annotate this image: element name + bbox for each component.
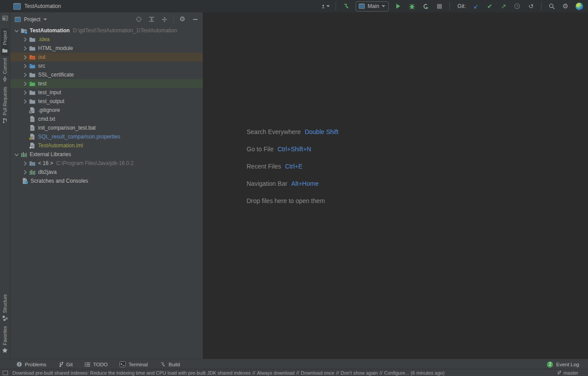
shortcut-hint-row: Navigation BarAlt+Home [247, 175, 338, 192]
tree-row[interactable]: out [10, 53, 203, 61]
stripe-tab-favorites[interactable]: Favorites [1, 324, 9, 356]
shortcut-hint-row: Go to FileCtrl+Shift+N [247, 140, 338, 157]
hammer-icon [160, 361, 166, 368]
bug-icon [409, 3, 415, 10]
stop-button[interactable] [435, 1, 444, 11]
git-push-button[interactable]: ↗ [499, 1, 508, 11]
chevron-down-icon[interactable] [13, 27, 20, 34]
chevron-down-icon[interactable] [43, 19, 47, 20]
tree-item-label: TestAutomation.iml [38, 142, 83, 149]
tree-row[interactable]: db2java [10, 168, 203, 176]
user-button[interactable] [321, 1, 330, 11]
chevron-right-icon[interactable] [21, 54, 29, 61]
tree-row[interactable]: Scratches and Consoles [10, 176, 203, 185]
tree-row[interactable]: TestAutomationD:\gitTest\TestAutomation_… [10, 26, 203, 35]
stripe-tab-project[interactable]: Project [1, 28, 9, 56]
tool-window-tab-todo[interactable]: TODO [85, 362, 108, 367]
left-tool-window-stripe: ProjectCommitPull Requests StructureFavo… [0, 12, 10, 359]
stripe-tab-commit[interactable]: Commit [1, 56, 9, 84]
profile-button[interactable] [575, 1, 584, 11]
status-action-configure-[interactable]: Configure... [384, 370, 409, 376]
stripe-tab-pull-requests[interactable]: Pull Requests [1, 84, 9, 126]
chevron-right-icon[interactable] [21, 63, 29, 69]
separator: // [296, 370, 299, 376]
run-config-icon [359, 4, 365, 9]
tree-item-path: D:\gitTest\TestAutomation_1\TestAutomati… [73, 27, 177, 34]
git-history-button[interactable] [513, 1, 522, 11]
run-with-coverage-button[interactable] [421, 1, 430, 11]
tree-item-label: cmd.txt [38, 116, 55, 122]
stop-icon [437, 4, 442, 9]
status-action-download-once[interactable]: Download once [301, 370, 334, 376]
tree-row[interactable]: HTML_module [10, 44, 203, 53]
hide-panel-button[interactable] [190, 15, 200, 24]
git-update-button[interactable]: ↙ [472, 1, 480, 11]
folder-icon [29, 71, 36, 78]
chevron-right-icon[interactable] [21, 72, 29, 78]
tool-window-tab-problems[interactable]: Problems [16, 361, 46, 367]
git-commit-button[interactable]: ✔ [485, 1, 494, 11]
check-icon: ✔ [487, 3, 492, 9]
project-panel-title[interactable]: Project [24, 16, 40, 23]
tool-windows-icon[interactable] [2, 15, 8, 21]
chevron-right-icon[interactable] [21, 169, 29, 176]
chevron-down-icon[interactable] [13, 151, 20, 158]
tree-item-label: External Libraries [30, 151, 71, 157]
tree-row[interactable]: SSL_certificate [10, 70, 203, 79]
tool-window-tab-terminal[interactable]: Terminal [120, 361, 147, 367]
toggle-tool-window-bars-icon[interactable] [3, 371, 8, 375]
shortcut-action-label: Recent Files [247, 163, 281, 170]
tree-row[interactable]: < 16 >C:\Program Files\Java\jdk-16.0.2 [10, 159, 203, 168]
separator: // [252, 370, 255, 376]
chevron-right-icon[interactable] [21, 160, 29, 167]
git-branch-widget[interactable]: master [557, 370, 588, 376]
separator: // [379, 370, 382, 376]
chevron-right-icon[interactable] [21, 81, 29, 87]
chevron-right-icon[interactable] [21, 98, 29, 105]
status-time-note: (6 minutes ago) [409, 370, 444, 376]
tree-row[interactable]: test_input [10, 88, 203, 97]
settings-button[interactable]: ⚙ [561, 1, 570, 11]
git-rollback-button[interactable]: ↺ [526, 1, 535, 11]
tool-window-tab-git[interactable]: Git [58, 361, 73, 367]
tool-window-tab-build[interactable]: Build [160, 361, 180, 368]
build-project-button[interactable] [342, 1, 351, 11]
excluded-folder-icon [29, 54, 36, 61]
play-icon [395, 3, 401, 9]
tree-row[interactable]: .gitignore [10, 106, 203, 115]
tree-row[interactable]: SQL_result_comparison.properties [10, 132, 203, 141]
tree-row[interactable]: test [10, 79, 203, 88]
expand-all-button[interactable] [147, 15, 156, 24]
editor-area[interactable]: Search EverywhereDouble ShiftGo to FileC… [203, 12, 588, 359]
chevron-right-icon[interactable] [21, 45, 29, 52]
tree-row[interactable]: .idea [10, 35, 203, 44]
tree-row[interactable]: External Libraries [10, 150, 203, 159]
chevron-right-icon[interactable] [21, 89, 29, 96]
status-action-always-download[interactable]: Always download [257, 370, 294, 376]
locate-file-button[interactable] [134, 15, 143, 24]
stripe-tab-label: Project [2, 31, 8, 45]
chevron-right-icon[interactable] [21, 36, 29, 43]
tree-row[interactable]: cmd.txt [10, 115, 203, 123]
search-everywhere-button[interactable] [547, 1, 556, 11]
panel-settings-button[interactable]: ⚙ [178, 15, 187, 24]
tool-window-tab-label: Terminal [128, 362, 147, 367]
debug-button[interactable] [407, 1, 416, 11]
status-action-don-t-show-again[interactable]: Don't show again [340, 370, 378, 376]
collapse-all-button[interactable] [159, 15, 169, 24]
folder-icon [29, 45, 36, 52]
tree-row[interactable]: TestAutomation.iml [10, 141, 203, 150]
shortcut-keys: Double Shift [305, 128, 338, 135]
divider [449, 2, 450, 10]
tree-row[interactable]: test_output [10, 97, 203, 106]
drop-files-hint: Drop files here to open them [247, 197, 325, 204]
tree-row[interactable]: src [10, 61, 203, 70]
tree-row[interactable]: init_comparison_test.bat [10, 123, 203, 132]
run-configuration-select[interactable]: Main [356, 1, 389, 12]
run-button[interactable] [394, 1, 402, 11]
stripe-tab-structure[interactable]: Structure [1, 292, 9, 324]
divider [173, 15, 174, 23]
arrow-up-right-icon: ↗ [501, 3, 506, 9]
library-icon [29, 169, 36, 176]
event-log-tab[interactable]: Event Log [556, 362, 579, 367]
